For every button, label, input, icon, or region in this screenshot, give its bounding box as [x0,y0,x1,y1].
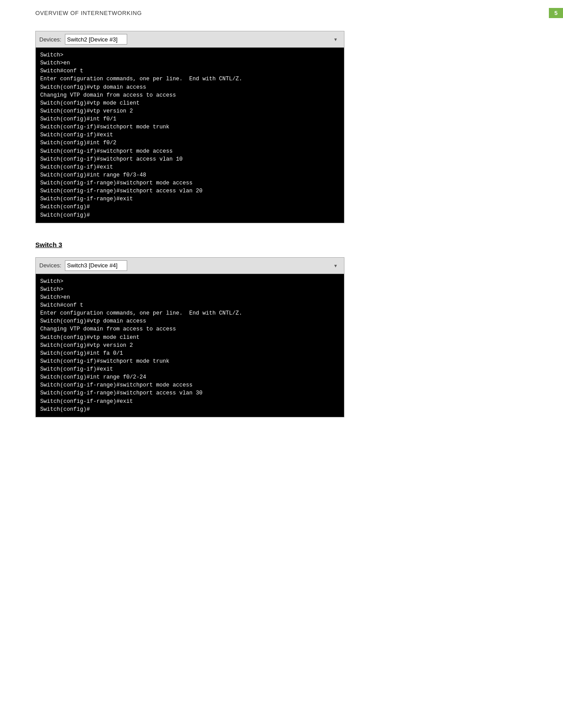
terminal-line: Switch(config-if)#switchport mode trunk [40,123,340,131]
terminal-line: Switch(config-if)#exit [40,365,340,373]
content-area: Devices: Switch2 [Device #3] Switch>Swit… [35,31,344,417]
terminal-line: Switch#conf t [40,301,340,309]
terminal-line: Changing VTP domain from access to acces… [40,325,340,333]
terminal-line: Switch(config)#vtp version 2 [40,341,340,349]
terminal-line: Switch(config)#vtp version 2 [40,107,340,115]
terminal-line: Switch(config-if-range)#switchport acces… [40,187,340,195]
terminal-line: Switch(config)#vtp domain access [40,317,340,325]
terminal-line: Switch(config)# [40,203,340,211]
terminal-line: Switch> [40,51,340,59]
terminal-line: Switch#conf t [40,67,340,75]
terminal-line: Switch(config-if)#switchport mode trunk [40,357,340,365]
terminal-line: Switch(config)#int fa 0/1 [40,349,340,357]
terminal-line: Switch(config-if-range)#exit [40,398,340,405]
terminal-line: Switch(config)# [40,405,340,413]
switch3-terminal: Switch>Switch>Switch>enSwitch#conf tEnte… [36,274,344,417]
terminal-line: Switch(config-if-range)#switchport mode … [40,179,340,187]
terminal-line: Switch(config)#int range f0/3-48 [40,171,340,179]
switch3-panel: Devices: Switch3 [Device #4] Switch>Swit… [35,257,344,417]
terminal-line: Switch(config)#int range f0/2-24 [40,373,340,381]
switch2-devices-label: Devices: [39,36,61,43]
switch3-select-wrapper[interactable]: Switch3 [Device #4] [65,260,340,271]
terminal-line: Switch(config-if-range)#exit [40,195,340,203]
terminal-line: Switch(config)#vtp mode client [40,334,340,341]
terminal-line: Switch(config-if)#exit [40,131,340,139]
terminal-line: Switch(config)#vtp mode client [40,99,340,107]
switch3-device-select[interactable]: Switch3 [Device #4] [65,260,127,271]
terminal-line: Switch(config-if)#exit [40,163,340,171]
switch2-device-select[interactable]: Switch2 [Device #3] [65,34,127,45]
page-header: OVERVIEW OF INTERNETWORKING [35,10,142,16]
terminal-line: Switch>en [40,59,340,67]
switch2-terminal: Switch>Switch>enSwitch#conf tEnter confi… [36,48,344,223]
terminal-line: Enter configuration commands, one per li… [40,75,340,83]
terminal-line: Switch(config)#int f0/1 [40,115,340,123]
switch3-panel-header: Devices: Switch3 [Device #4] [36,258,344,274]
terminal-line: Switch(config)# [40,211,340,219]
terminal-line: Switch(config-if-range)#switchport mode … [40,381,340,389]
terminal-line: Switch>en [40,293,340,301]
terminal-line: Changing VTP domain from access to acces… [40,91,340,99]
terminal-line: Switch(config-if-range)#switchport acces… [40,389,340,397]
switch3-section-title: Switch 3 [35,241,344,248]
switch3-devices-label: Devices: [39,262,61,269]
terminal-line: Enter configuration commands, one per li… [40,309,340,317]
terminal-line: Switch> [40,278,340,285]
terminal-line: Switch(config)#int f0/2 [40,139,340,147]
terminal-line: Switch(config-if)#switchport access vlan… [40,155,340,163]
page-number: 5 [549,8,563,18]
terminal-line: Switch(config-if)#switchport mode access [40,147,340,155]
switch2-panel: Devices: Switch2 [Device #3] Switch>Swit… [35,31,344,223]
switch2-panel-header: Devices: Switch2 [Device #3] [36,31,344,48]
terminal-line: Switch> [40,285,340,293]
switch2-select-wrapper[interactable]: Switch2 [Device #3] [65,34,340,45]
terminal-line: Switch(config)#vtp domain access [40,83,340,91]
